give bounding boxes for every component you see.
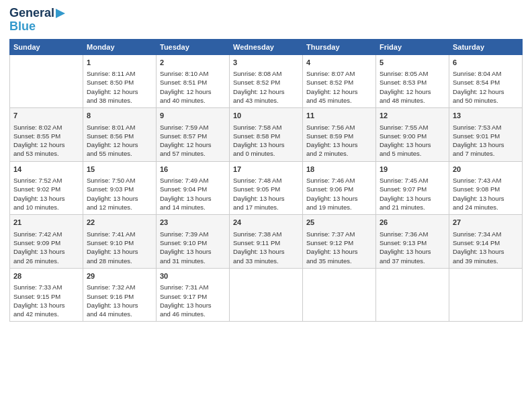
day-number: 12	[380, 111, 445, 121]
day-info-line: Sunset: 9:06 PM	[306, 185, 372, 193]
day-number: 6	[453, 58, 519, 68]
day-info-line: Sunrise: 8:02 AM	[13, 123, 79, 132]
day-number: 7	[13, 111, 79, 121]
day-info-line: Sunrise: 7:56 AM	[306, 123, 372, 132]
day-info-line: Sunset: 9:03 PM	[87, 185, 152, 193]
weekday-header: Monday	[83, 39, 157, 54]
logo-blue-text: Blue	[9, 19, 36, 33]
day-info-line: and 12 minutes.	[87, 203, 152, 212]
day-info-line: Sunset: 9:14 PM	[453, 238, 519, 247]
day-info-line: Sunset: 9:07 PM	[380, 185, 445, 193]
day-info-line: Daylight: 12 hours	[87, 140, 152, 149]
day-info-line: Sunrise: 7:52 AM	[13, 176, 79, 185]
logo-arrow-icon	[56, 9, 65, 18]
day-info-line: Sunset: 8:56 PM	[87, 132, 152, 140]
day-info-line: Sunset: 8:57 PM	[160, 132, 226, 140]
day-info-line: and 5 minutes.	[380, 149, 445, 158]
day-number: 14	[13, 165, 79, 175]
day-info-line: and 48 minutes.	[380, 96, 445, 105]
day-info-line: Daylight: 12 hours	[13, 140, 79, 149]
day-number: 20	[453, 165, 519, 175]
calendar-day-cell: 12Sunrise: 7:55 AMSunset: 9:00 PMDayligh…	[376, 108, 449, 162]
day-info-line: Sunset: 9:08 PM	[453, 185, 519, 193]
day-info-line: and 44 minutes.	[87, 310, 152, 318]
calendar-day-cell: 18Sunrise: 7:46 AMSunset: 9:06 PMDayligh…	[303, 161, 376, 215]
day-info-line: and 45 minutes.	[306, 96, 372, 105]
day-number: 23	[160, 218, 226, 228]
weekday-header: Friday	[376, 39, 449, 54]
calendar-day-cell	[449, 268, 523, 322]
day-info-line: Sunrise: 7:32 AM	[87, 283, 152, 291]
day-info-line: and 40 minutes.	[160, 96, 226, 105]
day-info-line: Sunrise: 7:58 AM	[233, 123, 299, 132]
day-info-line: Sunrise: 7:55 AM	[380, 123, 445, 132]
day-info-line: Sunset: 9:05 PM	[233, 185, 299, 193]
day-number: 25	[306, 218, 372, 228]
weekday-header: Tuesday	[157, 39, 230, 54]
day-info-line: and 28 minutes.	[87, 257, 152, 265]
day-info-line: Sunset: 9:09 PM	[13, 238, 79, 247]
logo: GeneralBlue	[9, 7, 65, 34]
header-area: GeneralBlue	[9, 7, 523, 34]
day-info-line: Sunset: 9:15 PM	[13, 292, 79, 301]
day-info-line: and 19 minutes.	[306, 203, 372, 212]
calendar-day-cell: 17Sunrise: 7:48 AMSunset: 9:05 PMDayligh…	[230, 161, 303, 215]
day-number: 10	[233, 111, 299, 121]
calendar-day-cell: 13Sunrise: 7:53 AMSunset: 9:01 PMDayligh…	[449, 108, 523, 162]
day-info-line: Daylight: 13 hours	[233, 140, 299, 149]
day-info-line: Daylight: 13 hours	[87, 247, 152, 256]
day-info-line: and 37 minutes.	[380, 257, 445, 265]
day-number: 8	[87, 111, 152, 121]
day-info-line: Sunrise: 7:53 AM	[453, 123, 519, 132]
day-info-line: and 43 minutes.	[233, 96, 299, 105]
calendar-day-cell: 14Sunrise: 7:52 AMSunset: 9:02 PMDayligh…	[10, 161, 83, 215]
calendar-day-cell: 7Sunrise: 8:02 AMSunset: 8:55 PMDaylight…	[10, 108, 83, 162]
day-info-line: Sunset: 9:01 PM	[453, 132, 519, 140]
day-info-line: Sunset: 8:58 PM	[233, 132, 299, 140]
day-number: 29	[87, 271, 152, 281]
calendar-day-cell: 21Sunrise: 7:42 AMSunset: 9:09 PMDayligh…	[10, 215, 83, 269]
day-info-line: Daylight: 12 hours	[380, 87, 445, 96]
day-info-line: Daylight: 13 hours	[87, 301, 152, 310]
day-info-line: Daylight: 12 hours	[160, 87, 226, 96]
day-info-line: and 24 minutes.	[453, 203, 519, 212]
day-info-line: Daylight: 13 hours	[453, 247, 519, 256]
calendar-day-cell: 2Sunrise: 8:10 AMSunset: 8:51 PMDaylight…	[157, 54, 230, 108]
day-info-line: Daylight: 13 hours	[13, 247, 79, 256]
day-info-line: Sunrise: 7:34 AM	[453, 230, 519, 238]
calendar-day-cell: 8Sunrise: 8:01 AMSunset: 8:56 PMDaylight…	[83, 108, 157, 162]
calendar-week-row: 1Sunrise: 8:11 AMSunset: 8:50 PMDaylight…	[10, 54, 523, 108]
day-info-line: and 38 minutes.	[87, 96, 152, 105]
day-number: 19	[380, 165, 445, 175]
day-info-line: Sunrise: 7:43 AM	[453, 176, 519, 185]
day-info-line: and 2 minutes.	[306, 149, 372, 158]
day-info-line: Daylight: 13 hours	[306, 247, 372, 256]
day-info-line: Sunset: 8:55 PM	[13, 132, 79, 140]
day-info-line: Sunrise: 8:08 AM	[233, 69, 299, 78]
calendar-day-cell: 29Sunrise: 7:32 AMSunset: 9:16 PMDayligh…	[83, 268, 157, 322]
day-info-line: Daylight: 13 hours	[233, 247, 299, 256]
calendar-day-cell: 5Sunrise: 8:05 AMSunset: 8:53 PMDaylight…	[376, 54, 449, 108]
day-info-line: Sunset: 8:53 PM	[380, 78, 445, 87]
day-info-line: Daylight: 13 hours	[306, 194, 372, 203]
calendar-day-cell: 23Sunrise: 7:39 AMSunset: 9:10 PMDayligh…	[157, 215, 230, 269]
day-number: 3	[233, 58, 299, 68]
day-info-line: and 17 minutes.	[233, 203, 299, 212]
day-info-line: Sunrise: 7:31 AM	[160, 283, 226, 291]
calendar-day-cell: 16Sunrise: 7:49 AMSunset: 9:04 PMDayligh…	[157, 161, 230, 215]
day-info-line: Daylight: 13 hours	[160, 194, 226, 203]
day-info-line: Daylight: 12 hours	[453, 87, 519, 96]
day-info-line: Sunset: 9:04 PM	[160, 185, 226, 193]
day-number: 24	[233, 218, 299, 228]
day-number: 30	[160, 271, 226, 281]
day-info-line: Daylight: 13 hours	[13, 301, 79, 310]
logo-general-text: General	[9, 6, 54, 19]
day-info-line: and 7 minutes.	[453, 149, 519, 158]
weekday-header: Thursday	[303, 39, 376, 54]
day-number: 22	[87, 218, 152, 228]
day-info-line: and 26 minutes.	[13, 257, 79, 265]
day-info-line: Sunrise: 7:45 AM	[380, 176, 445, 185]
day-info-line: Sunset: 9:17 PM	[160, 292, 226, 301]
day-info-line: Daylight: 13 hours	[380, 247, 445, 256]
day-info-line: Daylight: 12 hours	[87, 87, 152, 96]
